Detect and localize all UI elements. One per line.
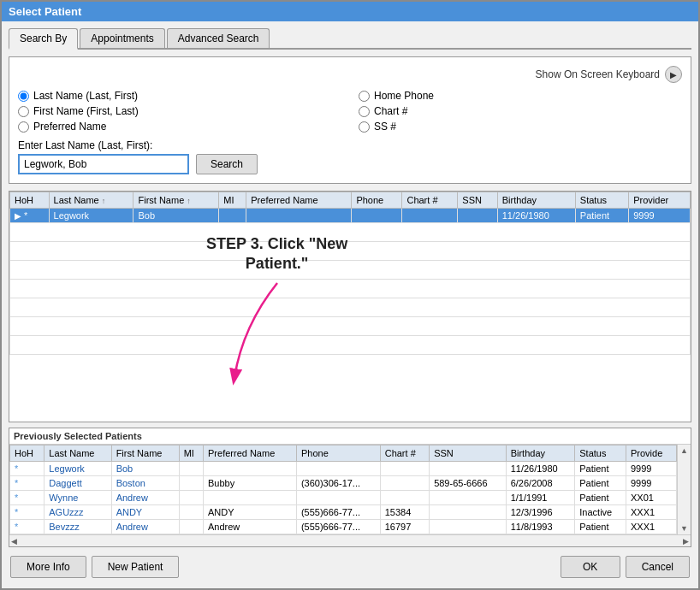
radio-first-name-label: First Name (First, Last)	[33, 105, 139, 117]
table-row	[10, 298, 691, 317]
radio-first-name[interactable]: First Name (First, Last)	[18, 105, 341, 117]
table-row[interactable]: * AGUzzz ANDY ANDY (555)666-77... 15384 …	[10, 505, 677, 520]
new-patient-button[interactable]: New Patient	[92, 556, 180, 578]
cell-hoh: *	[10, 520, 44, 534]
search-button[interactable]: Search	[196, 154, 258, 174]
cell-provider: XXX1	[626, 505, 676, 520]
radio-ssn[interactable]: SS #	[359, 121, 682, 133]
table-row	[10, 261, 691, 280]
results-table-scroll[interactable]: HoH Last Name ↑ First Name ↑ MI Preferre…	[9, 192, 691, 422]
radio-preferred-name-input[interactable]	[18, 121, 29, 133]
results-header-row: HoH Last Name ↑ First Name ↑ MI Preferre…	[10, 192, 691, 209]
table-row[interactable]: * Legwork Bob 11/26/1980 Patient 9999	[10, 462, 677, 476]
radio-last-name-input[interactable]	[18, 91, 29, 102]
cell-birthday: 11/8/1993	[506, 520, 575, 534]
keyboard-play-button[interactable]: ▶	[665, 66, 682, 83]
radio-first-name-input[interactable]	[18, 106, 29, 117]
results-tbody: ▶ * Legwork Bob 11/26/1980 Patient 9999	[10, 209, 691, 355]
radio-home-phone-input[interactable]	[359, 91, 370, 102]
table-row[interactable]: * Wynne Andrew 1/1/1991 Patient XX01	[10, 491, 677, 505]
cancel-button[interactable]: Cancel	[626, 556, 690, 578]
cell-mi	[179, 462, 203, 476]
prev-col-phone: Phone	[296, 445, 380, 462]
table-row[interactable]: * Daggett Boston Bubby (360)306-17... 58…	[10, 476, 677, 491]
cell-hoh: *	[10, 476, 44, 491]
dialog-body: Search By Appointments Advanced Search S…	[2, 21, 698, 588]
select-patient-dialog: Select Patient Search By Appointments Ad…	[0, 0, 700, 590]
table-row	[10, 223, 691, 242]
search-panel: Show On Screen Keyboard ▶ Last Name (Las…	[9, 56, 691, 184]
radio-chart[interactable]: Chart #	[359, 105, 682, 117]
tab-search-by[interactable]: Search By	[9, 28, 78, 50]
cell-mi	[179, 491, 203, 505]
prev-col-first: First Name	[111, 445, 179, 462]
search-input[interactable]	[18, 154, 189, 174]
table-row[interactable]: ▶ * Legwork Bob 11/26/1980 Patient 9999	[10, 209, 691, 223]
cell-last-name: Bevzzz	[44, 520, 111, 534]
cell-first-name: Bob	[111, 462, 179, 476]
cell-ssn	[458, 209, 497, 223]
results-table: HoH Last Name ↑ First Name ↑ MI Preferre…	[9, 192, 691, 355]
ok-button[interactable]: OK	[561, 556, 620, 578]
radio-ssn-label: SS #	[374, 121, 396, 133]
more-info-button[interactable]: More Info	[10, 556, 86, 578]
prev-table-scroll[interactable]: HoH Last Name First Name MI Preferred Na…	[9, 445, 691, 534]
col-birthday: Birthday	[497, 192, 575, 209]
radio-ssn-input[interactable]	[359, 121, 370, 133]
prev-col-provider: Provide	[626, 445, 676, 462]
col-provider: Provider	[629, 192, 691, 209]
radio-chart-input[interactable]	[359, 106, 370, 117]
tab-advanced-search[interactable]: Advanced Search	[167, 28, 270, 48]
tab-appointments[interactable]: Appointments	[80, 28, 164, 48]
radio-preferred-name[interactable]: Preferred Name	[18, 121, 341, 133]
radio-last-name[interactable]: Last Name (Last, First)	[18, 90, 341, 102]
cell-birthday: 12/3/1996	[506, 505, 575, 520]
cell-ssn	[430, 462, 507, 476]
cell-last-name: Daggett	[44, 476, 111, 491]
radio-home-phone[interactable]: Home Phone	[359, 90, 682, 102]
table-row	[10, 280, 691, 298]
cell-phone	[352, 209, 402, 223]
table-row[interactable]: * Bevzzz Andrew Andrew (555)666-77... 16…	[10, 520, 677, 534]
cell-provider: XXX1	[626, 520, 676, 534]
col-first-name: First Name ↑	[133, 192, 219, 209]
cell-last-name: Legwork	[44, 462, 111, 476]
cell-chart	[380, 491, 429, 505]
radio-last-name-label: Last Name (Last, First)	[33, 90, 138, 102]
prev-col-status: Status	[575, 445, 626, 462]
cell-status: Patient	[575, 209, 628, 223]
cell-chart	[380, 476, 429, 491]
prev-scrollbar[interactable]: ▲ ▼	[677, 445, 691, 534]
search-label: Enter Last Name (Last, First):	[18, 139, 682, 151]
cell-first-name: Andrew	[111, 520, 179, 534]
prev-header-row: HoH Last Name First Name MI Preferred Na…	[10, 445, 677, 462]
col-ssn: SSN	[458, 192, 497, 209]
cell-phone	[296, 491, 380, 505]
prev-hscrollbar[interactable]: ◀ ▶	[9, 534, 691, 546]
cell-status: Inactive	[575, 505, 626, 520]
bottom-right-buttons: OK Cancel	[561, 556, 690, 578]
col-mi: MI	[219, 192, 246, 209]
cell-mi	[219, 209, 246, 223]
sort-arrow-first: ↑	[187, 197, 191, 205]
radio-preferred-name-label: Preferred Name	[33, 121, 106, 133]
prev-col-last: Last Name	[44, 445, 111, 462]
cell-phone: (360)306-17...	[296, 476, 380, 491]
cell-preferred	[204, 462, 297, 476]
col-chart: Chart #	[402, 192, 458, 209]
cell-first-name: ANDY	[111, 505, 179, 520]
cell-chart	[380, 462, 429, 476]
sort-arrow-last: ↑	[102, 197, 106, 205]
cell-hoh: *	[10, 491, 44, 505]
cell-status: Patient	[575, 491, 626, 505]
search-row: Search	[18, 154, 682, 174]
cell-phone: (555)666-77...	[296, 505, 380, 520]
cell-status: Patient	[575, 462, 626, 476]
radio-home-phone-label: Home Phone	[374, 90, 434, 102]
col-last-name: Last Name ↑	[49, 192, 133, 209]
cell-status: Patient	[575, 476, 626, 491]
prev-col-chart: Chart #	[380, 445, 429, 462]
tab-bar: Search By Appointments Advanced Search	[9, 28, 691, 50]
cell-phone: (555)666-77...	[296, 520, 380, 534]
cell-first-name: Andrew	[111, 491, 179, 505]
